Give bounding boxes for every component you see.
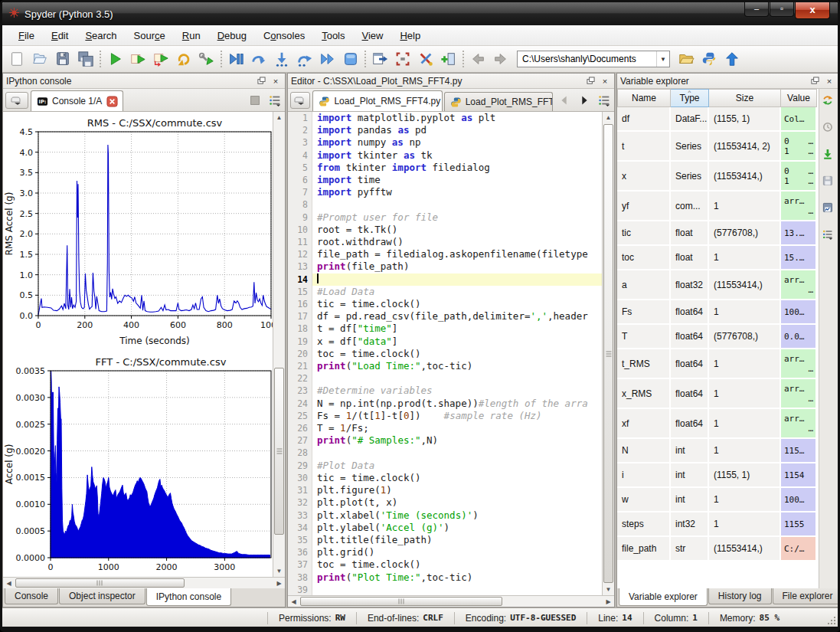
variable-row-tic[interactable]: ticfloat(5776708,)13.… — [617, 221, 819, 246]
working-directory-combobox[interactable]: C:\Users\shanly\Documents▼ — [517, 51, 670, 67]
tab-console[interactable]: Console — [5, 588, 58, 604]
new-file-icon[interactable] — [7, 49, 27, 69]
minimize-button[interactable]: – — [744, 2, 769, 17]
scroll-right-icon[interactable]: ▶ — [273, 578, 285, 589]
code-line-28[interactable] — [288, 447, 602, 459]
tab-object-inspector[interactable]: Object inspector — [59, 588, 145, 604]
variable-row-x[interactable]: xSeries(11553414,)0…1… — [617, 162, 819, 192]
forward-icon[interactable] — [491, 49, 511, 69]
code-line-13[interactable]: print(file_path) — [288, 260, 602, 273]
menu-consoles[interactable]: Consoles — [255, 28, 313, 44]
scroll-down-icon[interactable]: ▼ — [273, 565, 285, 577]
code-line-9[interactable]: #Prompt user for file — [288, 211, 602, 224]
editor-vscrollbar[interactable]: ▲ ▼ — [602, 112, 614, 595]
debug-icon[interactable] — [226, 49, 246, 69]
console-vscrollbar[interactable]: ▲ ▼ — [273, 112, 285, 577]
console-vscroll-thumb[interactable] — [274, 368, 284, 535]
scroll-up-icon[interactable]: ▲ — [603, 112, 614, 123]
menu-search[interactable]: Search — [77, 28, 125, 44]
editor-tab-1[interactable]: Load_Plot_RMS_FFTW — [444, 92, 553, 111]
code-line-16[interactable]: tic = time.clock() — [288, 298, 602, 310]
code-line-8[interactable] — [288, 198, 602, 211]
editor-vscroll-thumb[interactable] — [603, 124, 613, 583]
undock-icon[interactable] — [584, 76, 596, 87]
console-options-icon[interactable] — [266, 92, 283, 109]
scroll-left-icon[interactable]: ◀ — [288, 596, 299, 607]
console-hscroll-thumb[interactable] — [15, 578, 185, 588]
save-all-icon[interactable] — [76, 49, 96, 69]
auto-refresh-icon[interactable] — [821, 120, 838, 136]
go-up-icon[interactable] — [722, 49, 742, 69]
menu-edit[interactable]: Edit — [43, 28, 77, 44]
column-header-name[interactable]: Name — [617, 89, 671, 107]
variable-row-t[interactable]: tSeries(11553414, 2)0…1… — [617, 132, 819, 162]
stop-icon[interactable] — [341, 49, 361, 69]
variable-row-w[interactable]: wint1100… — [617, 488, 819, 512]
title-bar[interactable]: Spyder (Python 3.5) – ▫ x — [2, 2, 838, 25]
variable-row-toc[interactable]: tocfloat115.… — [617, 246, 819, 270]
fullscreen-icon[interactable] — [393, 49, 413, 69]
variable-row-file_path[interactable]: file_pathstr(11553414,)C:/… — [617, 537, 819, 562]
tab-file-explorer[interactable]: File explorer — [773, 588, 840, 604]
code-line-4[interactable]: import tkinter as tk — [288, 149, 602, 162]
debug-continue-icon[interactable] — [249, 49, 269, 69]
scroll-left-icon[interactable]: ◀ — [3, 578, 15, 589]
code-editor[interactable]: 1234567891011121314151617181920212223242… — [288, 112, 602, 595]
code-line-32[interactable]: plt.plot(t, x) — [288, 496, 602, 509]
run-again-icon[interactable] — [174, 49, 194, 69]
save-data-icon[interactable] — [821, 173, 838, 190]
code-line-10[interactable]: root = tk.Tk() — [288, 224, 602, 236]
chevron-down-icon[interactable]: ▼ — [656, 51, 669, 67]
step-over-icon[interactable] — [295, 49, 315, 69]
variable-row-T[interactable]: Tfloat64(5776708,)0.0… — [617, 325, 819, 349]
variable-row-xf[interactable]: xffloat641arr…… — [617, 409, 819, 439]
code-line-27[interactable]: print("# Samples:",N) — [288, 434, 602, 447]
column-header-type[interactable]: ^Type — [671, 89, 709, 107]
console-hscrollbar[interactable]: ◀ ▶ — [3, 577, 285, 588]
interrupt-kernel-icon[interactable] — [247, 92, 263, 109]
save-icon[interactable] — [53, 49, 73, 69]
refresh-icon[interactable] — [821, 93, 838, 110]
variable-row-df[interactable]: dfDataF...(1155, 1)Col… — [617, 107, 819, 132]
code-line-12[interactable]: file_path = filedialog.askopenfilename(f… — [288, 248, 602, 260]
max-pane-icon[interactable] — [370, 49, 390, 69]
undock-icon[interactable] — [255, 76, 267, 87]
console-tab[interactable]: IP: Console 1/A — [31, 90, 123, 111]
code-line-21[interactable]: print("Load Time:",toc-tic) — [288, 360, 602, 372]
editor-hscrollbar[interactable]: ◀ ▶ — [288, 595, 614, 607]
menu-help[interactable]: Help — [391, 28, 429, 44]
code-line-26[interactable]: T = 1/Fs; — [288, 422, 602, 434]
code-line-30[interactable]: tic = time.clock() — [288, 472, 602, 484]
code-line-14[interactable] — [288, 273, 602, 286]
column-header-size[interactable]: Size — [709, 89, 781, 107]
variable-row-Fs[interactable]: Fsfloat641100… — [617, 300, 819, 325]
variable-row-steps[interactable]: stepsint3211155 — [617, 512, 819, 537]
tab-scroll-left-icon[interactable] — [556, 92, 573, 109]
column-header-value[interactable]: Value — [781, 89, 817, 107]
code-line-19[interactable]: x = df["data"] — [288, 336, 602, 348]
code-line-18[interactable]: t = df["time"] — [288, 323, 602, 335]
run-cell-icon[interactable] — [128, 49, 148, 69]
scroll-right-icon[interactable]: ▶ — [603, 596, 614, 607]
variable-row-t_RMS[interactable]: t_RMSfloat641arr…… — [617, 349, 819, 379]
run-cell-advance-icon[interactable] — [151, 49, 171, 69]
menu-source[interactable]: Source — [126, 28, 174, 44]
variable-row-N[interactable]: Nint1115… — [617, 439, 819, 463]
menu-tools[interactable]: Tools — [313, 28, 353, 44]
close-pane-icon[interactable]: × — [599, 76, 611, 87]
browse-tabs-button[interactable] — [5, 92, 28, 109]
import-data-icon[interactable] — [821, 146, 838, 163]
code-line-20[interactable]: toc = time.clock() — [288, 348, 602, 360]
tab-variable-explorer[interactable]: Variable explorer — [619, 588, 708, 606]
code-line-25[interactable]: Fs = 1/(t[1]-t[0]) #sample rate (Hz) — [288, 410, 602, 422]
tab-close-icon[interactable] — [106, 96, 117, 106]
menu-run[interactable]: Run — [174, 28, 209, 44]
code-line-17[interactable]: df = pd.read_csv(file_path,delimiter=','… — [288, 310, 602, 323]
code-line-2[interactable]: import pandas as pd — [288, 124, 602, 136]
code-line-36[interactable]: plt.grid() — [288, 546, 602, 558]
close-button[interactable]: x — [795, 2, 830, 19]
open-file-icon[interactable] — [30, 49, 50, 69]
code-line-11[interactable]: root.withdraw() — [288, 236, 602, 248]
code-line-1[interactable]: import matplotlib.pyplot as plt — [288, 112, 602, 124]
code-line-22[interactable] — [288, 372, 602, 385]
